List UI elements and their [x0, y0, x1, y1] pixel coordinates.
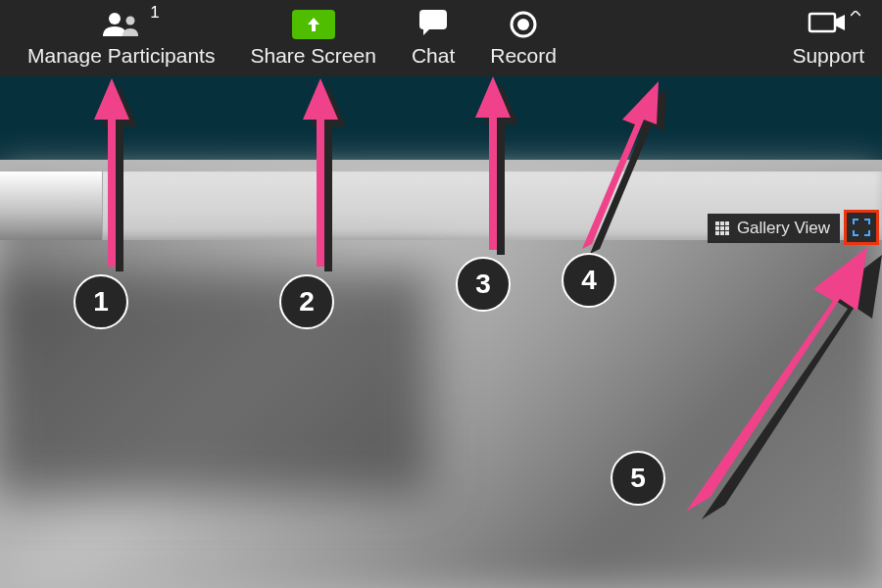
share-screen-button[interactable]: Share Screen — [232, 4, 393, 73]
record-button[interactable]: Record — [472, 4, 574, 73]
share-screen-label: Share Screen — [250, 44, 375, 68]
chat-icon — [416, 9, 451, 40]
manage-participants-label: Manage Participants — [27, 44, 215, 68]
support-icon — [808, 9, 849, 40]
participant-count-badge: 1 — [150, 3, 159, 23]
record-icon — [509, 9, 538, 40]
grid-icon — [715, 221, 729, 235]
chat-button[interactable]: Chat — [394, 4, 472, 73]
svg-point-0 — [109, 13, 121, 24]
svg-rect-4 — [809, 14, 835, 31]
participant-thumbnail — [0, 172, 103, 240]
record-label: Record — [490, 44, 557, 68]
share-screen-icon — [292, 9, 335, 40]
participants-icon: 1 — [101, 9, 142, 40]
gallery-view-button[interactable]: Gallery View — [708, 214, 840, 243]
manage-participants-button[interactable]: 1 Manage Participants — [10, 4, 232, 73]
fullscreen-button[interactable] — [844, 210, 879, 245]
gallery-view-label: Gallery View — [737, 219, 830, 238]
svg-point-1 — [125, 17, 134, 25]
support-button[interactable]: Support — [774, 4, 872, 73]
chat-label: Chat — [412, 44, 455, 68]
support-label: Support — [792, 44, 864, 68]
fullscreen-icon — [853, 219, 870, 236]
svg-point-3 — [517, 19, 529, 30]
meeting-toolbar: 1 Manage Participants Share Screen Chat — [0, 0, 882, 76]
second-bar — [0, 76, 882, 160]
